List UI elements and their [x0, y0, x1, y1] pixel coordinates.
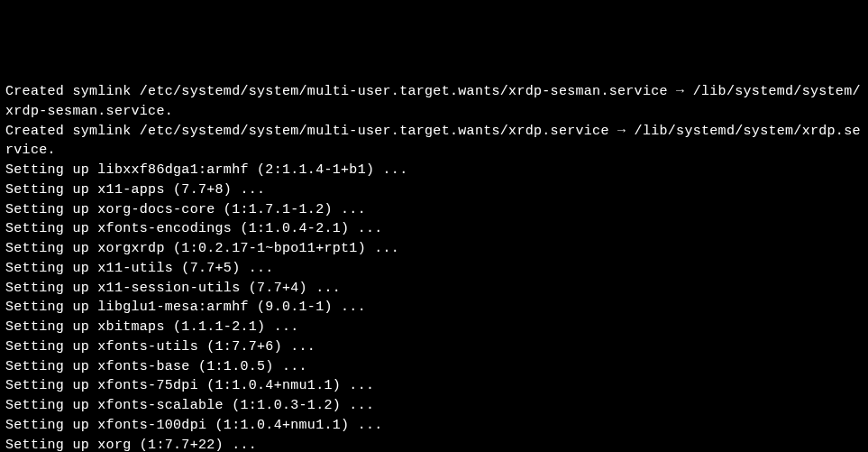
output-line: Setting up xbitmaps (1.1.1-2.1) ... — [5, 318, 863, 337]
output-line: Setting up x11-session-utils (7.7+4) ... — [5, 279, 863, 299]
output-line: Setting up xfonts-75dpi (1:1.0.4+nmu1.1)… — [5, 376, 863, 396]
terminal-output[interactable]: Created symlink /etc/systemd/system/mult… — [5, 82, 863, 452]
output-line: Setting up xorgxrdp (1:0.2.17-1~bpo11+rp… — [5, 239, 863, 259]
output-line: Created symlink /etc/systemd/system/mult… — [5, 122, 863, 161]
output-line: Setting up xfonts-scalable (1:1.0.3-1.2)… — [5, 396, 863, 416]
output-line: Setting up xfonts-encodings (1:1.0.4-2.1… — [5, 219, 863, 239]
output-line: Setting up libglu1-mesa:armhf (9.0.1-1) … — [5, 298, 863, 318]
output-line: Setting up xfonts-utils (1:7.7+6) ... — [5, 337, 863, 357]
output-line: Setting up x11-apps (7.7+8) ... — [5, 180, 863, 200]
output-line: Setting up xorg-docs-core (1:1.7.1-1.2) … — [5, 200, 863, 220]
output-line: Setting up xorg (1:7.7+22) ... — [5, 436, 863, 453]
output-line: Setting up x11-utils (7.7+5) ... — [5, 259, 863, 279]
output-line: Setting up xfonts-base (1:1.0.5) ... — [5, 357, 863, 377]
output-line: Setting up xfonts-100dpi (1:1.0.4+nmu1.1… — [5, 416, 863, 436]
output-line: Created symlink /etc/systemd/system/mult… — [5, 82, 863, 122]
output-line: Setting up libxxf86dga1:armhf (2:1.1.4-1… — [5, 161, 863, 180]
